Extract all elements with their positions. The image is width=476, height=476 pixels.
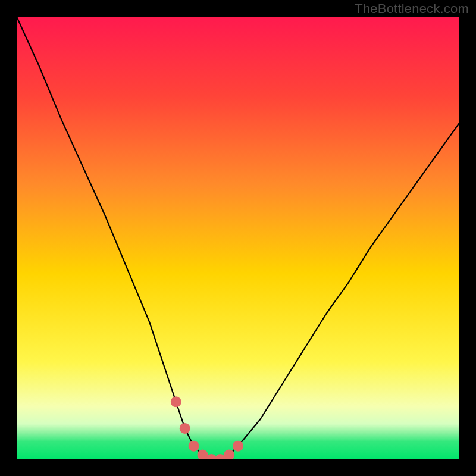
plot-area — [17, 17, 459, 459]
gradient-background — [17, 17, 459, 459]
watermark-text: TheBottleneck.com — [355, 1, 469, 17]
svg-rect-0 — [17, 17, 459, 459]
chart-frame: TheBottleneck.com — [0, 0, 476, 476]
